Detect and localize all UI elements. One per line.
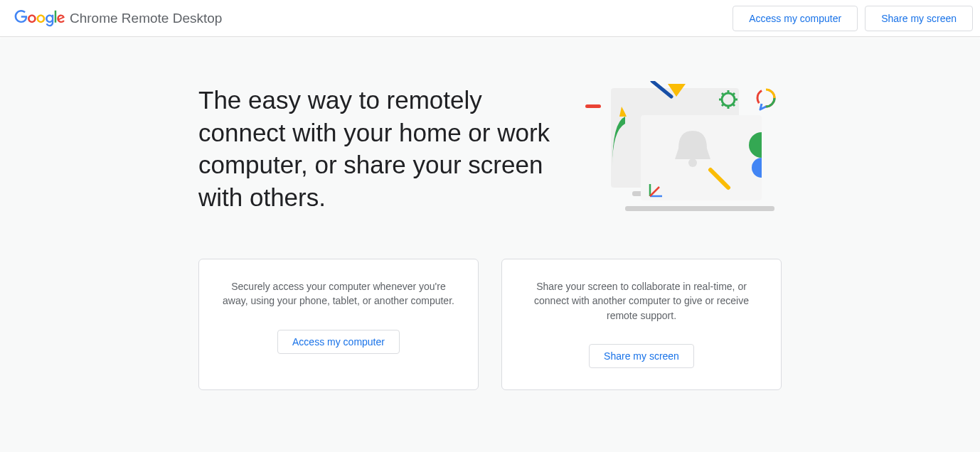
share-my-screen-button[interactable]: Share my screen: [589, 344, 694, 368]
app-header: Chrome Remote Desktop Access my computer…: [0, 0, 980, 37]
svg-line-13: [733, 104, 735, 106]
header-brand: Chrome Remote Desktop: [14, 10, 222, 27]
hero-illustration-icon: [582, 81, 782, 223]
share-card: Share your screen to collaborate in real…: [501, 259, 782, 390]
svg-point-17: [688, 158, 697, 167]
svg-line-14: [722, 104, 724, 106]
share-my-screen-header-button[interactable]: Share my screen: [865, 6, 973, 31]
svg-line-12: [722, 93, 724, 95]
hero-section: The easy way to remotely connect with yo…: [134, 38, 846, 259]
hero-headline: The easy way to remotely connect with yo…: [198, 81, 554, 213]
access-card-description: Securely access your computer whenever y…: [220, 279, 457, 308]
google-logo-icon: [14, 10, 65, 27]
svg-rect-6: [585, 104, 601, 108]
svg-rect-3: [625, 206, 774, 211]
svg-line-15: [733, 93, 735, 95]
access-my-computer-header-button[interactable]: Access my computer: [733, 6, 858, 31]
action-cards: Securely access your computer whenever y…: [134, 259, 846, 390]
access-card: Securely access your computer whenever y…: [198, 259, 479, 390]
access-my-computer-button[interactable]: Access my computer: [277, 330, 400, 354]
main-scroll-area[interactable]: The easy way to remotely connect with yo…: [0, 38, 980, 452]
share-card-description: Share your screen to collaborate in real…: [523, 279, 760, 323]
product-name: Chrome Remote Desktop: [70, 11, 222, 26]
header-actions: Access my computer Share my screen: [733, 6, 973, 31]
